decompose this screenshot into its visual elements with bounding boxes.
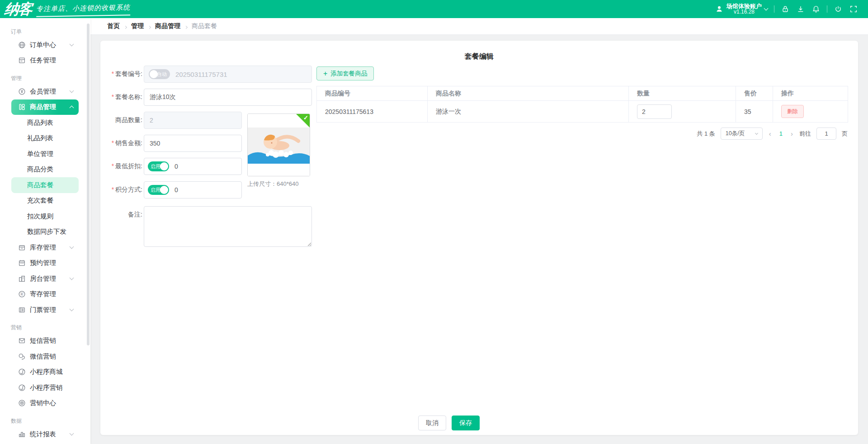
add-package-goods-button[interactable]: + 添加套餐商品 [316,66,374,80]
lock-icon[interactable] [781,5,790,14]
page-size-select[interactable]: 10条/页 [721,128,763,140]
logo-tagline: 专注单店、小连锁的收银系统 [36,3,130,17]
globe-icon [18,41,26,49]
sidebar-subitem-goods-package[interactable]: 商品套餐 [11,177,79,193]
cell-price: 35 [736,101,773,123]
package-goods-table: 商品编号 商品名称 数量 售价 操作 20250311175613 游泳一次 3… [316,86,848,123]
account-menu[interactable]: 场馆体验账户 v1.16.28 [715,3,768,15]
sidebar-item-marketing-center[interactable]: 营销中心 [0,396,90,411]
cancel-button[interactable]: 取消 [418,416,446,430]
plus-icon: + [323,70,327,77]
sidebar-item-label: 会员管理 [30,87,56,96]
min-discount-value[interactable]: 0 [175,163,178,170]
package-code-value: 20250311175731 [175,71,227,78]
sidebar-item-label: 任务管理 [30,56,56,65]
sidebar-item-wechat-marketing[interactable]: 微信营销 [0,349,90,364]
goods-icon [18,103,26,111]
power-icon[interactable] [834,5,843,14]
sidebar-item-miniapp-mall[interactable]: 小程序商城 [0,364,90,380]
sidebar-subitem-gift-list[interactable]: 礼品列表 [0,131,90,146]
col-header-action: 操作 [773,86,848,101]
form-actions: 取消 保存 [418,416,480,430]
page-unit-label: 页 [842,130,848,138]
delete-button[interactable]: 删除 [781,105,804,118]
fullscreen-icon[interactable] [849,5,858,14]
pagination-total: 共 1 条 [697,130,715,138]
member-icon [18,88,26,95]
app-version: v1.16.28 [734,9,755,15]
sidebar-item-label: 营销中心 [30,399,56,407]
next-page-button[interactable]: › [790,130,794,137]
points-mode-value[interactable]: 0 [175,186,178,194]
breadcrumb-home[interactable]: 首页 [107,22,120,30]
chevron-right-icon [124,22,127,30]
room-icon [18,275,26,283]
cell-goods-name: 游泳一次 [428,101,629,123]
enable-toggle[interactable]: 启用 [148,185,169,195]
min-discount-label: *最低折扣: [100,162,142,170]
package-image-upload[interactable]: ✓ [247,113,310,176]
sidebar-item-sms-marketing[interactable]: 短信营销 [0,333,90,349]
product-count-input [144,112,242,129]
breadcrumb-management[interactable]: 管理 [131,22,144,30]
sidebar-item-deposit-management[interactable]: 寄 寄存管理 [0,287,90,302]
col-header-goods-name: 商品名称 [428,86,629,101]
sidebar-item-ticket-management[interactable]: 门票管理 [0,302,90,318]
sidebar-subitem-unit-management[interactable]: 单位管理 [0,146,90,162]
cell-goods-code: 20250311175613 [317,101,428,123]
brand-logo: 纳客 专注单店、小连锁的收银系统 [0,1,130,17]
package-name-label: *套餐名称: [100,93,142,101]
breadcrumb: 首页 管理 商品管理 商品套餐 [90,18,868,35]
remark-textarea[interactable] [144,206,312,247]
enable-toggle[interactable]: 启用 [148,161,169,171]
sale-amount-label: *销售金额: [100,139,142,147]
sidebar-item-statistics-report[interactable]: 统计报表 [0,426,90,442]
package-code-field: 自动 20250311175731 [144,66,312,83]
package-name-input[interactable] [144,89,312,106]
sidebar-item-goods-management[interactable]: 商品管理 [11,99,79,115]
sidebar-subitem-data-sync[interactable]: 数据同步下发 [0,224,90,240]
sidebar-item-order-center[interactable]: 订单中心 [0,37,90,53]
auto-toggle[interactable]: 自动 [149,69,170,79]
sidebar-item-room-management[interactable]: 房台管理 [0,271,90,287]
sidebar-subitem-goods-list[interactable]: 商品列表 [0,115,90,131]
bell-icon[interactable] [811,5,821,14]
sidebar-subitem-recharge-package[interactable]: 充次套餐 [0,193,90,209]
remark-label: 备注: [100,206,142,219]
min-discount-field: 启用 0 [144,158,242,175]
inventory-icon [18,244,26,251]
sidebar-subitem-goods-category[interactable]: 商品分类 [0,162,90,178]
breadcrumb-goods-management[interactable]: 商品管理 [155,22,180,30]
prev-page-button[interactable]: ‹ [768,130,772,137]
sidebar-scrollbar[interactable] [87,24,90,345]
check-icon: ✓ [303,114,308,121]
sidebar-item-inventory-management[interactable]: 库存管理 [0,240,90,255]
sidebar-item-member-management[interactable]: 会员管理 [0,84,90,99]
user-icon [715,5,724,14]
sidebar-section-management: 管理 [0,73,90,84]
sidebar-item-label: 寄存管理 [30,290,56,298]
goto-page-input[interactable] [816,128,836,140]
save-button[interactable]: 保存 [452,416,480,430]
product-count-label: 商品数量: [100,116,142,124]
sidebar-section-data: 数据 [0,416,90,426]
sidebar-item-label: 订单中心 [30,41,56,49]
sidebar-subitem-deduction-rules[interactable]: 扣次规则 [0,208,90,224]
sale-amount-input[interactable] [144,135,242,152]
miniapp-icon [18,368,26,376]
svg-text:寄: 寄 [20,293,24,297]
download-icon[interactable] [796,5,805,14]
calendar-icon [18,259,26,267]
sidebar-section-orders: 订单 [0,26,90,37]
chevron-down-icon [764,6,769,11]
bar-chart-icon [18,430,26,438]
wechat-icon [18,353,26,360]
target-icon [18,399,26,407]
col-header-goods-code: 商品编号 [317,86,428,101]
sidebar-item-task-management[interactable]: 任务管理 [0,53,90,69]
sidebar-item-booking-management[interactable]: 预约管理 [0,255,90,271]
sidebar-item-miniapp-marketing[interactable]: 小程序营销 [0,380,90,396]
divider [827,5,827,13]
quantity-input[interactable] [637,104,672,119]
current-page[interactable]: 1 [778,130,784,137]
